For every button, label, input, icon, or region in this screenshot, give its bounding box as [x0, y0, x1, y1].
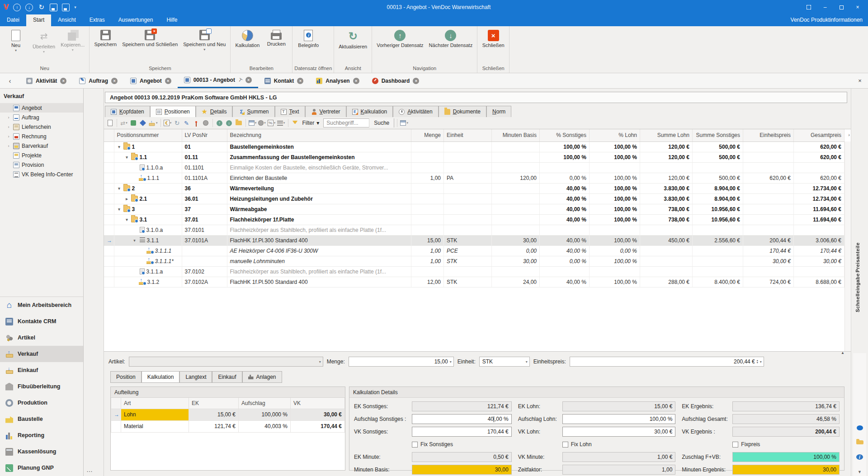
tab-kopfdaten[interactable]: Kopfdaten [105, 106, 150, 117]
web-icon[interactable] [202, 119, 210, 127]
table-row[interactable]: ▾3.137.01Flachheizkörper 1f.Platte40,00 … [104, 214, 844, 225]
sidebar-item-projekte[interactable]: Projekte [0, 151, 83, 160]
table-row[interactable]: →▾3.1.137.0101AFlachHK 1f.Pl.300 Standar… [104, 235, 844, 245]
table-row[interactable]: 3.1.1.a37.0102Flachheizkörper aus Stahlb… [104, 266, 844, 277]
close-tab-icon[interactable]: × [60, 78, 66, 84]
einheit-combo[interactable]: STK▾ [479, 357, 530, 367]
table-row[interactable]: Material121,74 €40,003 %170,44 € [111, 420, 345, 432]
expander-icon[interactable]: ▾ [117, 186, 122, 191]
doc-tab-angebot[interactable]: Angebot× [124, 73, 178, 88]
table-row[interactable]: 3.1.237.0102AFlachHK 1f.Pl.500 Standard … [104, 277, 844, 287]
tab-kalkulation[interactable]: EKalkulation [346, 106, 393, 117]
column-header-bezeichnung[interactable]: Bezeichnung [227, 129, 411, 141]
expander-icon[interactable]: › [6, 115, 11, 120]
expander-icon[interactable]: ▾ [125, 217, 129, 222]
expander-icon[interactable]: › [6, 125, 11, 129]
nav-item-baustelle[interactable]: Baustelle [0, 411, 83, 427]
schliessen-button[interactable]: ×Schließen [479, 28, 507, 49]
column-header-indicator[interactable] [104, 129, 114, 141]
collapse-panel-icon[interactable]: ▲ [841, 351, 844, 355]
column-header-positionsnummer[interactable]: Positionsnummer [114, 129, 182, 141]
tab-summen[interactable]: ΣSummen [232, 106, 274, 117]
vertical-tab-schnelleingabe[interactable]: Schnelleingabe [855, 273, 860, 312]
aufschlag-lohn-field[interactable]: 100,00 % [562, 414, 676, 424]
kalkulation-button[interactable]: Kalkulation [232, 28, 262, 49]
tab-details[interactable]: ★Details [196, 106, 233, 117]
filter-icon[interactable] [291, 119, 299, 127]
checkbox-icon[interactable] [562, 442, 568, 448]
recalc-icon[interactable]: ↻ [173, 119, 181, 127]
web2-icon[interactable]: ▾ [258, 119, 266, 127]
column-header-lv-posnr[interactable]: LV PosNr [182, 129, 227, 141]
save-new-icon[interactable] [62, 4, 70, 11]
tab-positionen[interactable]: Positionen [150, 106, 196, 117]
aktualisieren-button[interactable]: ↻Aktualisieren [336, 28, 370, 50]
tab-text[interactable]: TText [275, 106, 305, 117]
menu-item-ansicht[interactable]: Ansicht [51, 14, 82, 26]
einheitspreis-field[interactable]: 200,44 € ▴▾ ▾ [570, 357, 764, 367]
menu-item-start[interactable]: Start [26, 14, 51, 26]
expander-icon[interactable]: › [6, 134, 11, 139]
vk-sonstiges-field[interactable]: 170,44 € [412, 427, 512, 437]
maximize-button[interactable] [834, 2, 849, 13]
quick-entry-vertical-tab[interactable]: SchnelleingabePreisanteile [855, 242, 860, 312]
expander-icon[interactable]: › [6, 144, 11, 148]
record-indicator-icon[interactable] [857, 425, 863, 430]
edit-position-icon[interactable]: ✎ [183, 119, 191, 127]
doc-tab-00013-angebot[interactable]: 00013 - Angebot⊤× [178, 73, 258, 88]
column-header-minuten-basis[interactable]: Minuten Basis [492, 129, 540, 141]
editor-tab-langtext[interactable]: Langtext [179, 371, 212, 383]
column-header-summe-lohn[interactable]: Summe Lohn [640, 129, 693, 141]
tab-scroll-left-icon[interactable]: ‹ [0, 73, 20, 88]
editor-tab-anlagen[interactable]: Anlagen [242, 371, 282, 383]
column-header-einheitspreis[interactable]: Einheitspreis [743, 129, 794, 141]
doc-tab-aktivitaet[interactable]: Aktivität× [20, 73, 73, 88]
more-columns-icon[interactable]: › [848, 132, 850, 137]
column-header-aufschlag[interactable]: Aufschlag [239, 398, 291, 409]
naechster-datensatz-button[interactable]: ↓Nächster Datensatz [426, 28, 476, 49]
info-icon[interactable]: i [856, 454, 863, 460]
artikel-combo[interactable]: ▾ [129, 357, 323, 367]
tab-aktivitaeten[interactable]: Aktivitäten [393, 106, 438, 117]
sidebar-item-rechnung[interactable]: ›Rechnung [0, 132, 83, 141]
paste-icon[interactable] [129, 119, 137, 127]
list-settings-icon[interactable]: ▾ [277, 119, 285, 127]
close-tab-icon[interactable]: × [111, 78, 118, 84]
vk-lohn-field[interactable]: 30,00 € [562, 427, 676, 437]
fullscreen-button[interactable] [801, 2, 816, 13]
ueberleiten-button[interactable]: ⇄Überleiten▾ [30, 28, 58, 54]
menu-item-hilfe[interactable]: Hilfe [160, 14, 184, 26]
save-icon[interactable] [50, 4, 57, 11]
nav-item-einkauf[interactable]: Einkauf [0, 362, 83, 378]
tab-dokumente[interactable]: Dokumente [439, 106, 486, 117]
expander-icon[interactable]: ▾ [117, 207, 122, 212]
close-tab-icon[interactable]: × [413, 78, 419, 84]
close-tab-icon[interactable]: × [353, 78, 359, 84]
speichern-und-schliessen-button[interactable]: ×Speichern und Schließen [119, 28, 180, 48]
column-header-sonstiges[interactable]: % Sonstiges [540, 129, 590, 141]
column-header-ek[interactable]: EK [189, 398, 239, 409]
product-info-link[interactable]: VenDoc Produktinformationen [785, 14, 868, 26]
nav-item-artikel[interactable]: Artikel [0, 330, 83, 346]
aufschlag-sonstiges-field[interactable]: 40,00 % [412, 414, 512, 424]
nav-item-verkauf[interactable]: Verkauf [0, 346, 83, 362]
checkbox-icon[interactable] [412, 442, 418, 448]
chevron-down-icon[interactable]: ▾ [316, 120, 319, 126]
table-row[interactable]: →Lohn15,00 €100,000 %30,00 € [111, 409, 345, 420]
menu-item-extras[interactable]: Extras [83, 14, 112, 26]
vorheriger-datensatz-button[interactable]: ↑Vorheriger Datensatz [374, 28, 426, 49]
table-settings-icon[interactable]: ▾ [249, 119, 257, 127]
spinner-icon[interactable]: ▴▾ [757, 359, 758, 364]
checkbox-fix-lohn[interactable]: Fix Lohn [562, 441, 592, 448]
nav-item-planung-gnp[interactable]: Planung GNP [0, 460, 83, 476]
layout-icon[interactable]: ▾ [400, 119, 408, 127]
table-row[interactable]: ▾101Baustellengemeinkosten100,00 %100,00… [104, 141, 844, 152]
chevron-down-icon[interactable]: ▼ [858, 470, 862, 474]
table-row[interactable]: 1.1.101.1101AEinrichten der Baustelle1,0… [104, 173, 844, 183]
documents-icon[interactable] [856, 440, 863, 444]
table-row[interactable]: 3.1.0.a37.0101Flachheizkörper aus Stahlb… [104, 225, 844, 235]
menu-item-auswertungen[interactable]: Auswertungen [112, 14, 160, 26]
doc-tab-dashboard[interactable]: Dashboard× [366, 73, 426, 88]
menu-item-datei[interactable]: Datei [0, 14, 26, 26]
nav-item-kontakte-crm[interactable]: Kontakte CRM [0, 313, 83, 330]
